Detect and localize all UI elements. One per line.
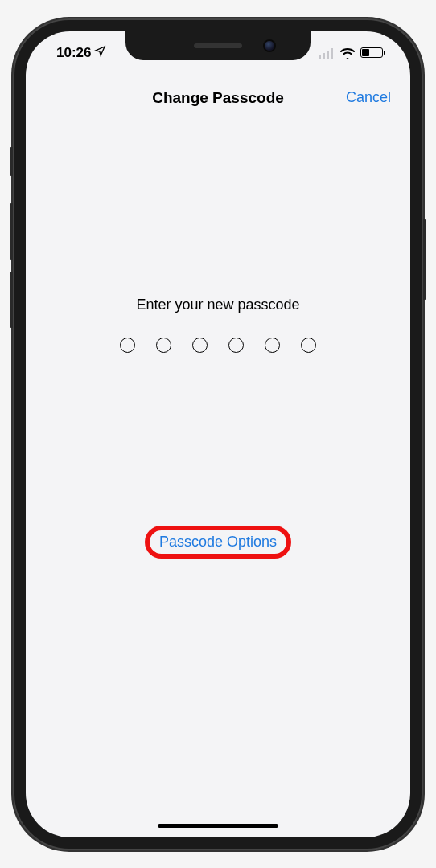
passcode-options-button[interactable]: Passcode Options	[159, 534, 277, 551]
passcode-dot[interactable]	[156, 338, 171, 353]
passcode-dot[interactable]	[120, 338, 135, 353]
battery-fill	[362, 49, 369, 56]
notch	[125, 31, 311, 60]
svg-rect-2	[327, 51, 329, 59]
home-indicator[interactable]	[158, 824, 278, 828]
svg-rect-0	[319, 55, 321, 59]
status-left: 10:26	[50, 45, 106, 61]
page-title: Change Passcode	[152, 89, 284, 107]
passcode-dot[interactable]	[192, 338, 208, 353]
svg-rect-3	[331, 48, 333, 59]
passcode-dots	[120, 338, 316, 353]
passcode-dot[interactable]	[265, 338, 280, 353]
cellular-signal-icon	[319, 47, 335, 59]
passcode-options-highlight: Passcode Options	[159, 534, 277, 551]
content: Enter your new passcode Passcode Options	[26, 120, 410, 837]
battery-icon	[360, 47, 383, 58]
power-button	[423, 219, 426, 300]
passcode-dot[interactable]	[228, 338, 244, 353]
volume-up-button	[10, 203, 13, 260]
status-right	[319, 47, 386, 59]
svg-rect-1	[323, 53, 325, 59]
cancel-button[interactable]: Cancel	[346, 89, 391, 106]
passcode-dot[interactable]	[301, 338, 316, 353]
status-time: 10:26	[56, 45, 91, 61]
nav-bar: Change Passcode Cancel	[26, 78, 410, 118]
front-camera-icon	[265, 41, 274, 51]
location-arrow-icon	[94, 45, 106, 61]
volume-down-button	[10, 272, 13, 328]
passcode-prompt: Enter your new passcode	[136, 297, 299, 313]
wifi-icon	[339, 47, 356, 59]
speaker-grille	[194, 43, 242, 48]
screen: 10:26	[26, 31, 410, 837]
mute-switch	[10, 147, 13, 176]
phone-frame: 10:26	[13, 18, 423, 850]
